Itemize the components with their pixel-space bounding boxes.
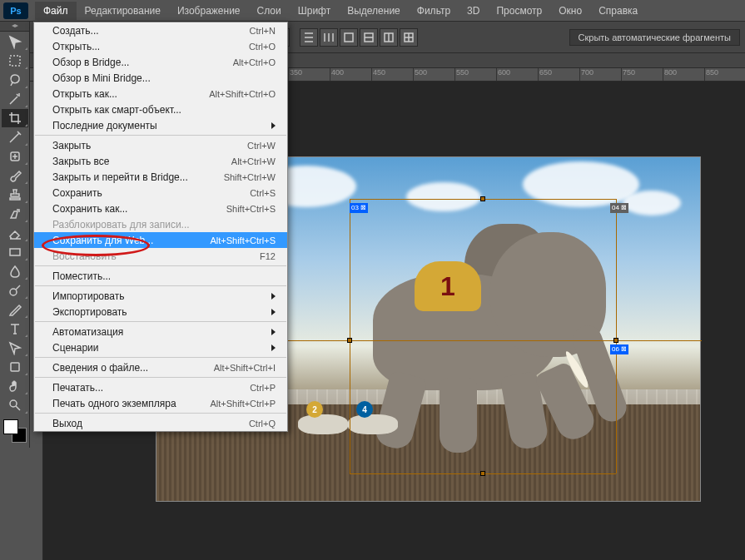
menu-item[interactable]: Открыть...Ctrl+O — [34, 38, 287, 54]
slice-marker[interactable]: 04 ⊠ — [610, 203, 628, 213]
menu-item[interactable]: Экспортировать — [34, 304, 287, 320]
menu-item[interactable]: Импортировать — [34, 288, 287, 304]
menu-item[interactable]: Сохранить как...Shift+Ctrl+S — [34, 201, 287, 216]
tool-type[interactable] — [2, 320, 28, 338]
color-swatch[interactable] — [3, 419, 27, 443]
tool-pen[interactable] — [2, 300, 28, 319]
tool-move[interactable] — [2, 32, 28, 51]
menu-item[interactable]: Сведения о файле...Alt+Shift+Ctrl+I — [34, 359, 287, 375]
gradient-icon — [7, 245, 22, 260]
menu-item-label: Автоматизация — [52, 326, 271, 338]
menu-item[interactable]: Обзор в Mini Bridge... — [34, 70, 287, 86]
menu-item[interactable]: СохранитьCtrl+S — [34, 185, 287, 201]
opt-btn[interactable] — [340, 28, 358, 47]
marquee-icon — [7, 53, 22, 68]
tool-blur[interactable] — [2, 262, 28, 280]
opt-btn[interactable] — [320, 28, 338, 47]
menu-separator — [35, 135, 286, 136]
menu-item[interactable]: Открыть как...Alt+Shift+Ctrl+O — [34, 86, 287, 102]
saddle-number: 1 — [415, 261, 481, 311]
lasso-icon — [7, 72, 22, 87]
opt-btn[interactable] — [360, 28, 378, 47]
menu-просмотр[interactable]: Просмотр — [488, 2, 550, 20]
slice-marker[interactable]: 03 ⊠ — [350, 203, 368, 213]
submenu-arrow-icon — [271, 309, 276, 315]
tool-marquee[interactable] — [2, 52, 28, 70]
opt-btn[interactable] — [400, 28, 418, 47]
menu-item-label: Закрыть и перейти в Bridge... — [52, 171, 224, 183]
menu-item[interactable]: ЗакрытьCtrl+W — [34, 137, 287, 153]
hide-auto-slices-button[interactable]: Скрыть автоматические фрагменты — [569, 29, 740, 46]
menu-item-label: Экспортировать — [52, 306, 271, 318]
menu-item-label: Поместить... — [52, 270, 276, 282]
menu-файл[interactable]: Файл — [35, 2, 77, 20]
menu-item[interactable]: Печать одного экземпляраAlt+Shift+Ctrl+P — [34, 395, 287, 411]
wand-icon — [7, 92, 22, 107]
tool-eraser[interactable] — [2, 224, 28, 242]
menu-выделение[interactable]: Выделение — [339, 2, 409, 20]
menu-item[interactable]: Открыть как смарт-объект... — [34, 102, 287, 117]
tool-history[interactable] — [2, 205, 28, 223]
menu-separator — [35, 285, 286, 286]
slice-marker[interactable]: 06 ⊠ — [610, 344, 628, 354]
menu-item[interactable]: Автоматизация — [34, 324, 287, 339]
opt-btn[interactable] — [380, 28, 398, 47]
menu-item[interactable]: Сохранить для Web...Alt+Shift+Ctrl+S — [34, 232, 287, 248]
hand-icon — [7, 379, 22, 394]
menu-3d[interactable]: 3D — [459, 2, 488, 20]
menu-item-shortcut: Alt+Ctrl+W — [231, 156, 276, 166]
tool-heal[interactable] — [2, 147, 28, 166]
menu-item[interactable]: Последние документы — [34, 117, 287, 133]
history-icon — [7, 206, 22, 221]
tool-hand[interactable] — [2, 377, 28, 395]
tool-stamp[interactable] — [2, 186, 28, 204]
menu-item[interactable]: Закрыть всеAlt+Ctrl+W — [34, 153, 287, 169]
menu-фильтр[interactable]: Фильтр — [409, 2, 459, 20]
menu-item[interactable]: Закрыть и перейти в Bridge...Shift+Ctrl+… — [34, 169, 287, 185]
menu-item-label: Печатать... — [52, 382, 250, 394]
toolbox-collapse[interactable]: ◂▸ — [0, 22, 29, 32]
menu-item-label: Открыть как... — [52, 88, 209, 100]
menu-item[interactable]: Создать...Ctrl+N — [34, 22, 287, 38]
svg-point-7 — [10, 289, 17, 295]
menu-item[interactable]: Обзор в Bridge...Alt+Ctrl+O — [34, 54, 287, 70]
menu-шрифт[interactable]: Шрифт — [290, 2, 339, 20]
menu-item: ВосстановитьF12 — [34, 248, 287, 264]
menu-item[interactable]: Сценарии — [34, 339, 287, 355]
menu-слои[interactable]: Слои — [249, 2, 290, 20]
menu-окно[interactable]: Окно — [550, 2, 590, 20]
file-menu-dropdown: Создать...Ctrl+NОткрыть...Ctrl+OОбзор в … — [33, 22, 288, 432]
tool-wand[interactable] — [2, 90, 28, 108]
opt-btn[interactable] — [300, 28, 318, 47]
tool-zoom[interactable] — [2, 396, 28, 414]
stamp-icon — [7, 187, 22, 202]
tool-dodge[interactable] — [2, 281, 28, 300]
menu-item-shortcut: Ctrl+P — [250, 383, 276, 393]
app-logo: Ps — [3, 2, 28, 19]
dog: 2 — [298, 401, 348, 434]
fg-color[interactable] — [3, 419, 18, 434]
tool-gradient[interactable] — [2, 243, 28, 261]
tool-path[interactable] — [2, 339, 28, 357]
tool-brush[interactable] — [2, 166, 28, 185]
menu-item-shortcut: Ctrl+N — [250, 26, 276, 36]
menu-item-label: Создать... — [52, 25, 250, 37]
menu-item-label: Разблокировать для записи... — [52, 219, 276, 230]
menu-изображение[interactable]: Изображение — [169, 2, 249, 20]
menu-item-label: Сохранить как... — [52, 203, 226, 215]
menu-справка[interactable]: Справка — [590, 2, 646, 20]
tool-crop[interactable] — [2, 109, 28, 127]
menu-item[interactable]: Поместить... — [34, 268, 287, 284]
menu-item-label: Последние документы — [52, 120, 271, 131]
menu-item-label: Выход — [52, 418, 249, 429]
menu-item[interactable]: ВыходCtrl+Q — [34, 415, 287, 431]
menu-item-label: Закрыть все — [52, 156, 231, 167]
menu-редактирование[interactable]: Редактирование — [77, 2, 169, 20]
eraser-icon — [7, 225, 22, 240]
tool-eyedrop[interactable] — [2, 128, 28, 146]
tool-shape[interactable] — [2, 358, 28, 376]
menu-item[interactable]: Печатать...Ctrl+P — [34, 379, 287, 395]
menu-item-shortcut: Alt+Shift+Ctrl+S — [210, 235, 276, 245]
tool-lasso[interactable] — [2, 71, 28, 89]
menu-item-label: Восстановить — [52, 250, 260, 262]
